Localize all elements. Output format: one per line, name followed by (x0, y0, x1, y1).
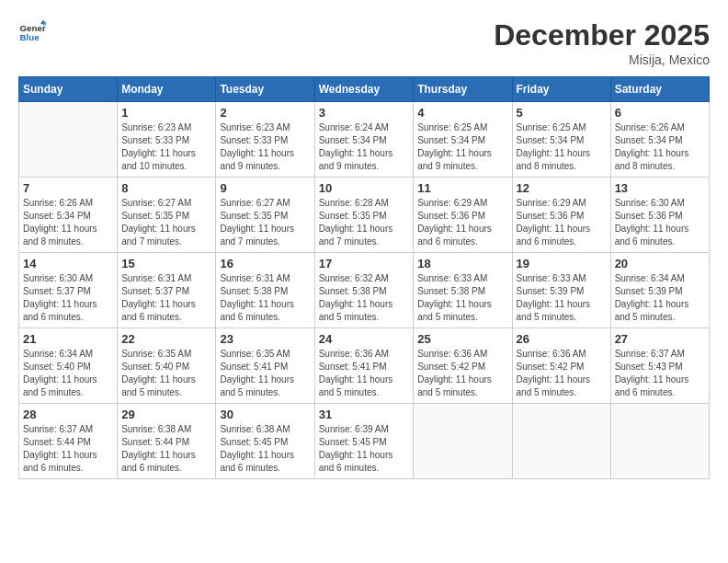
table-row: 2Sunrise: 6:23 AM Sunset: 5:33 PM Daylig… (216, 102, 314, 178)
table-row (512, 404, 610, 479)
table-row: 13Sunrise: 6:30 AM Sunset: 5:36 PM Dayli… (610, 178, 709, 253)
day-info: Sunrise: 6:33 AM Sunset: 5:39 PM Dayligh… (517, 272, 607, 324)
day-info: Sunrise: 6:25 AM Sunset: 5:34 PM Dayligh… (517, 121, 607, 173)
table-row: 7Sunrise: 6:26 AM Sunset: 5:34 PM Daylig… (19, 178, 118, 253)
day-number: 3 (319, 106, 410, 120)
day-number: 11 (417, 181, 507, 195)
day-number: 8 (121, 181, 211, 195)
day-number: 14 (23, 257, 113, 270)
day-info: Sunrise: 6:26 AM Sunset: 5:34 PM Dayligh… (23, 197, 113, 248)
day-number: 15 (121, 257, 211, 270)
svg-text:General: General (20, 23, 47, 33)
day-number: 29 (121, 408, 211, 421)
month-title: December 2025 (494, 18, 710, 52)
day-number: 12 (517, 181, 607, 195)
page-header: General Blue December 2025 Misija, Mexic… (18, 18, 710, 67)
day-info: Sunrise: 6:30 AM Sunset: 5:36 PM Dayligh… (615, 197, 705, 248)
day-info: Sunrise: 6:30 AM Sunset: 5:37 PM Dayligh… (23, 272, 113, 324)
day-info: Sunrise: 6:38 AM Sunset: 5:44 PM Dayligh… (121, 423, 211, 475)
table-row: 23Sunrise: 6:35 AM Sunset: 5:41 PM Dayli… (216, 328, 314, 404)
calendar-week-row: 7Sunrise: 6:26 AM Sunset: 5:34 PM Daylig… (19, 178, 710, 253)
table-row: 5Sunrise: 6:25 AM Sunset: 5:34 PM Daylig… (512, 102, 610, 178)
day-info: Sunrise: 6:31 AM Sunset: 5:37 PM Dayligh… (121, 272, 211, 324)
table-row: 12Sunrise: 6:29 AM Sunset: 5:36 PM Dayli… (512, 178, 610, 253)
day-info: Sunrise: 6:23 AM Sunset: 5:33 PM Dayligh… (121, 121, 211, 173)
day-info: Sunrise: 6:37 AM Sunset: 5:43 PM Dayligh… (615, 348, 705, 399)
day-number: 27 (615, 332, 705, 346)
table-row: 17Sunrise: 6:32 AM Sunset: 5:38 PM Dayli… (314, 253, 414, 328)
day-info: Sunrise: 6:29 AM Sunset: 5:36 PM Dayligh… (517, 197, 607, 248)
day-info: Sunrise: 6:37 AM Sunset: 5:44 PM Dayligh… (23, 423, 113, 475)
day-number: 18 (417, 257, 507, 270)
day-info: Sunrise: 6:36 AM Sunset: 5:42 PM Dayligh… (517, 348, 607, 399)
day-info: Sunrise: 6:24 AM Sunset: 5:34 PM Dayligh… (319, 121, 410, 173)
day-info: Sunrise: 6:38 AM Sunset: 5:45 PM Dayligh… (220, 423, 310, 475)
logo: General Blue (18, 18, 46, 46)
calendar-week-row: 28Sunrise: 6:37 AM Sunset: 5:44 PM Dayli… (19, 404, 710, 479)
table-row: 3Sunrise: 6:24 AM Sunset: 5:34 PM Daylig… (314, 102, 414, 178)
day-number: 2 (220, 106, 310, 120)
day-number: 16 (220, 257, 310, 270)
calendar-week-row: 21Sunrise: 6:34 AM Sunset: 5:40 PM Dayli… (19, 328, 710, 404)
header-saturday: Saturday (610, 77, 709, 102)
day-number: 20 (615, 257, 705, 270)
day-number: 21 (23, 332, 113, 346)
day-info: Sunrise: 6:36 AM Sunset: 5:42 PM Dayligh… (417, 348, 507, 399)
day-info: Sunrise: 6:35 AM Sunset: 5:41 PM Dayligh… (220, 348, 310, 399)
table-row: 29Sunrise: 6:38 AM Sunset: 5:44 PM Dayli… (118, 404, 216, 479)
day-number: 30 (220, 408, 310, 421)
day-number: 1 (121, 106, 211, 120)
day-info: Sunrise: 6:39 AM Sunset: 5:45 PM Dayligh… (319, 423, 410, 475)
day-info: Sunrise: 6:34 AM Sunset: 5:39 PM Dayligh… (615, 272, 705, 324)
day-info: Sunrise: 6:25 AM Sunset: 5:34 PM Dayligh… (417, 121, 507, 173)
header-sunday: Sunday (19, 77, 118, 102)
day-number: 25 (417, 332, 507, 346)
table-row (19, 102, 118, 178)
day-info: Sunrise: 6:23 AM Sunset: 5:33 PM Dayligh… (220, 121, 310, 173)
logo-icon: General Blue (18, 18, 46, 46)
table-row: 15Sunrise: 6:31 AM Sunset: 5:37 PM Dayli… (118, 253, 216, 328)
table-row: 18Sunrise: 6:33 AM Sunset: 5:38 PM Dayli… (414, 253, 512, 328)
day-number: 13 (615, 181, 705, 195)
calendar-week-row: 14Sunrise: 6:30 AM Sunset: 5:37 PM Dayli… (19, 253, 710, 328)
table-row: 30Sunrise: 6:38 AM Sunset: 5:45 PM Dayli… (216, 404, 314, 479)
table-row: 26Sunrise: 6:36 AM Sunset: 5:42 PM Dayli… (512, 328, 610, 404)
day-number: 22 (121, 332, 211, 346)
table-row: 19Sunrise: 6:33 AM Sunset: 5:39 PM Dayli… (512, 253, 610, 328)
day-number: 17 (319, 257, 410, 270)
header-monday: Monday (118, 77, 216, 102)
day-info: Sunrise: 6:26 AM Sunset: 5:34 PM Dayligh… (615, 121, 705, 173)
header-wednesday: Wednesday (314, 77, 414, 102)
day-number: 19 (517, 257, 607, 270)
day-info: Sunrise: 6:35 AM Sunset: 5:40 PM Dayligh… (121, 348, 211, 399)
day-number: 7 (23, 181, 113, 195)
table-row: 25Sunrise: 6:36 AM Sunset: 5:42 PM Dayli… (414, 328, 512, 404)
table-row (610, 404, 709, 479)
day-info: Sunrise: 6:27 AM Sunset: 5:35 PM Dayligh… (220, 197, 310, 248)
table-row: 28Sunrise: 6:37 AM Sunset: 5:44 PM Dayli… (19, 404, 118, 479)
day-number: 26 (517, 332, 607, 346)
day-number: 9 (220, 181, 310, 195)
day-number: 28 (23, 408, 113, 421)
day-number: 24 (319, 332, 410, 346)
day-number: 4 (417, 106, 507, 120)
day-info: Sunrise: 6:28 AM Sunset: 5:35 PM Dayligh… (319, 197, 410, 248)
table-row: 4Sunrise: 6:25 AM Sunset: 5:34 PM Daylig… (414, 102, 512, 178)
header-tuesday: Tuesday (216, 77, 314, 102)
day-info: Sunrise: 6:34 AM Sunset: 5:40 PM Dayligh… (23, 348, 113, 399)
day-info: Sunrise: 6:33 AM Sunset: 5:38 PM Dayligh… (417, 272, 507, 324)
table-row: 1Sunrise: 6:23 AM Sunset: 5:33 PM Daylig… (118, 102, 216, 178)
calendar-header-row: Sunday Monday Tuesday Wednesday Thursday… (19, 77, 710, 102)
table-row: 21Sunrise: 6:34 AM Sunset: 5:40 PM Dayli… (19, 328, 118, 404)
day-info: Sunrise: 6:29 AM Sunset: 5:36 PM Dayligh… (417, 197, 507, 248)
table-row: 16Sunrise: 6:31 AM Sunset: 5:38 PM Dayli… (216, 253, 314, 328)
day-number: 23 (220, 332, 310, 346)
location: Misija, Mexico (494, 52, 710, 67)
table-row: 31Sunrise: 6:39 AM Sunset: 5:45 PM Dayli… (314, 404, 414, 479)
day-info: Sunrise: 6:32 AM Sunset: 5:38 PM Dayligh… (319, 272, 410, 324)
table-row: 11Sunrise: 6:29 AM Sunset: 5:36 PM Dayli… (414, 178, 512, 253)
svg-text:Blue: Blue (20, 32, 40, 42)
day-info: Sunrise: 6:31 AM Sunset: 5:38 PM Dayligh… (220, 272, 310, 324)
table-row: 14Sunrise: 6:30 AM Sunset: 5:37 PM Dayli… (19, 253, 118, 328)
title-block: December 2025 Misija, Mexico (494, 18, 710, 67)
